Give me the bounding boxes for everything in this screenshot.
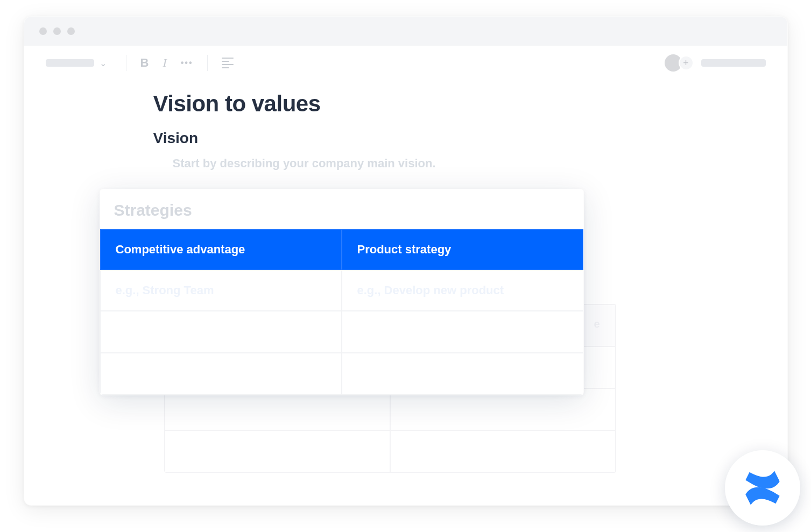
traffic-light-dot <box>67 27 75 35</box>
strategies-cell-placeholder[interactable]: e.g., Develop new product <box>342 270 583 311</box>
editor-toolbar: ⌄ B I ••• + <box>24 46 787 80</box>
strategies-card-title: Strategies <box>100 189 583 229</box>
bg-table-cell[interactable] <box>390 430 616 472</box>
traffic-light-dot <box>53 27 61 35</box>
document-body[interactable]: Vision to values Vision Start by describ… <box>24 80 787 171</box>
browser-window: ⌄ B I ••• + Vision to values Vision Star… <box>24 16 788 506</box>
strategies-cell-empty[interactable] <box>342 311 583 353</box>
toolbar-separator <box>126 55 126 71</box>
bg-table-cell[interactable] <box>165 430 390 472</box>
bg-table-header-text-fragment: e <box>594 318 600 330</box>
strategies-card: Strategies Competitive advantage Product… <box>100 189 584 395</box>
align-left-icon[interactable] <box>217 58 238 68</box>
page-title[interactable]: Vision to values <box>153 91 750 117</box>
strategies-cell-empty[interactable] <box>342 353 583 395</box>
confluence-icon <box>742 467 784 509</box>
strategies-table[interactable]: Competitive advantage Product strategy e… <box>100 229 583 395</box>
strategies-header-competitive[interactable]: Competitive advantage <box>100 229 342 270</box>
toolbar-separator <box>207 55 208 71</box>
confluence-app-badge[interactable] <box>725 450 800 526</box>
strategies-header-product[interactable]: Product strategy <box>342 229 583 270</box>
action-button-placeholder[interactable] <box>701 59 766 67</box>
add-user-button[interactable]: + <box>679 55 694 70</box>
strategies-cell-empty[interactable] <box>100 353 342 395</box>
strategies-cell-placeholder[interactable]: e.g., Strong Team <box>100 270 342 311</box>
traffic-light-dot <box>39 27 47 35</box>
italic-button[interactable]: I <box>158 56 171 70</box>
section-heading-vision[interactable]: Vision <box>153 130 750 147</box>
more-formatting-button[interactable]: ••• <box>177 58 198 68</box>
vision-placeholder-text[interactable]: Start by describing your company main vi… <box>173 157 750 171</box>
strategies-cell-empty[interactable] <box>100 311 342 353</box>
bold-button[interactable]: B <box>136 56 153 70</box>
style-dropdown-placeholder[interactable] <box>46 59 94 67</box>
window-title-bar <box>24 17 787 46</box>
chevron-down-icon[interactable]: ⌄ <box>100 58 107 68</box>
